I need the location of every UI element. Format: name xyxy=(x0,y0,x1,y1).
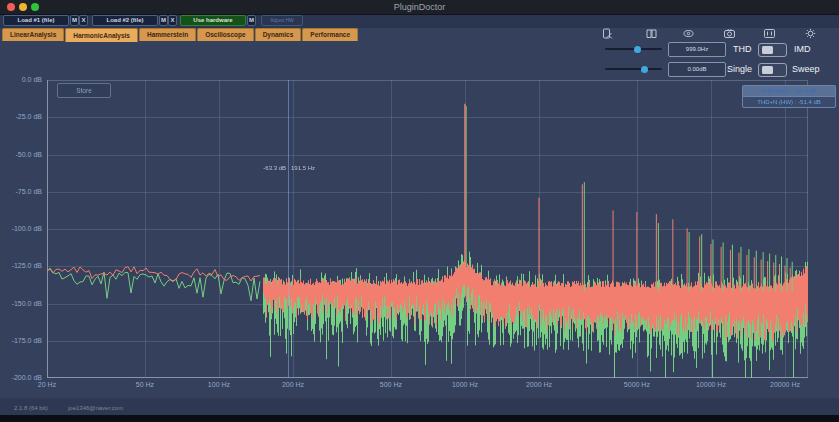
cursor-level-readout: -63.3 dB xyxy=(234,165,286,171)
x-tick-label: 1000 Hz xyxy=(452,381,478,389)
tab-hammerstein[interactable]: Hammerstein xyxy=(139,28,196,41)
tab-oscilloscope[interactable]: Oscilloscope xyxy=(197,28,253,41)
pip-window-icon[interactable] xyxy=(764,25,775,36)
eye-icon[interactable] xyxy=(683,25,694,36)
y-tick-label: -125.0 dB xyxy=(0,262,42,270)
analysis-tabs: LinearAnalysisHarmonicAnalysisHammerstei… xyxy=(2,28,358,42)
spectrum-chart[interactable] xyxy=(47,80,808,378)
cursor-frequency-readout: 191.5 Hz xyxy=(291,165,315,171)
mute-hw-button[interactable]: M xyxy=(247,15,256,26)
gain-slider-thumb[interactable] xyxy=(641,66,648,73)
store-button[interactable]: Store xyxy=(57,83,111,98)
x-tick-label: 100 Hz xyxy=(208,381,230,389)
bottom-strip xyxy=(0,415,839,422)
gain-slider[interactable] xyxy=(605,68,662,70)
icon-toolbar xyxy=(598,25,828,37)
clear-2-button[interactable]: X xyxy=(168,15,177,26)
license-email-text: joe1346@naver.com xyxy=(68,405,123,411)
use-hardware-button[interactable]: Use hardware xyxy=(180,15,246,26)
x-tick-label: 2000 Hz xyxy=(526,381,552,389)
mute-2-button[interactable]: M xyxy=(159,15,168,26)
legend-thdn-readout: THD+N (HW) : -51.4 dB xyxy=(742,96,836,108)
cursor-crosshair-line xyxy=(288,80,289,378)
y-tick-label: -175.0 dB xyxy=(0,337,42,345)
single-label: Single xyxy=(727,64,752,74)
y-tick-label: -75.0 dB xyxy=(0,188,42,196)
y-tick-label: -25.0 dB xyxy=(0,113,42,121)
load-plugin-1-button[interactable]: Load #1 (file) xyxy=(3,15,69,26)
tab-linearanalysis[interactable]: LinearAnalysis xyxy=(2,28,64,41)
x-tick-label: 20000 Hz xyxy=(770,381,800,389)
adjust-hw-latency-button[interactable]: Adjust HW latency xyxy=(261,15,303,26)
tab-dynamics[interactable]: Dynamics xyxy=(255,28,302,41)
imd-label: IMD xyxy=(794,44,811,54)
single-sweep-toggle[interactable] xyxy=(758,63,787,77)
y-tick-label: -200.0 dB xyxy=(0,374,42,382)
tab-harmonicanalysis[interactable]: HarmonicAnalysis xyxy=(65,28,138,42)
titlebar: PluginDoctor xyxy=(0,0,839,15)
version-text: 2.1.8 (64 bit) xyxy=(14,405,48,411)
legend: THD (HW) : -51.4 dB THD+N (HW) : -51.4 d… xyxy=(742,85,836,108)
sweep-label: Sweep xyxy=(792,64,820,74)
manual-book-icon[interactable] xyxy=(646,25,657,36)
frequency-value-box[interactable]: 999.0Hz xyxy=(668,42,726,57)
x-tick-label: 200 Hz xyxy=(282,381,304,389)
x-tick-label: 50 Hz xyxy=(136,381,154,389)
tab-performance[interactable]: Performance xyxy=(302,28,358,41)
single-sweep-toggle-knob[interactable] xyxy=(762,66,773,74)
thd-imd-toggle-knob[interactable] xyxy=(762,46,773,54)
x-tick-label: 20 Hz xyxy=(38,381,56,389)
x-tick-label: 10000 Hz xyxy=(696,381,726,389)
report-icon[interactable] xyxy=(602,25,613,36)
legend-thd-readout: THD (HW) : -51.4 dB xyxy=(742,85,836,96)
y-tick-label: -50.0 dB xyxy=(0,151,42,159)
x-tick-label: 5000 Hz xyxy=(624,381,650,389)
y-tick-label: 0.0 dB xyxy=(0,76,42,84)
y-tick-label: -100.0 dB xyxy=(0,225,42,233)
gain-value-box[interactable]: 0.00dB xyxy=(668,62,726,77)
mute-1-button[interactable]: M xyxy=(70,15,79,26)
plugindoctor-window: PluginDoctor Load #1 (file) M X Load #2 … xyxy=(0,0,839,422)
clear-1-button[interactable]: X xyxy=(79,15,88,26)
settings-gear-icon[interactable] xyxy=(805,25,816,36)
thd-label: THD xyxy=(733,44,752,54)
y-tick-label: -150.0 dB xyxy=(0,300,42,308)
status-bar: 2.1.8 (64 bit) joe1346@naver.com xyxy=(0,398,839,415)
thd-imd-toggle[interactable] xyxy=(758,43,787,57)
frequency-slider-thumb[interactable] xyxy=(634,46,641,53)
x-tick-label: 500 Hz xyxy=(380,381,402,389)
frequency-slider[interactable] xyxy=(605,48,662,50)
window-title: PluginDoctor xyxy=(0,2,839,12)
camera-icon[interactable] xyxy=(724,25,735,36)
load-plugin-2-button[interactable]: Load #2 (file) xyxy=(92,15,158,26)
